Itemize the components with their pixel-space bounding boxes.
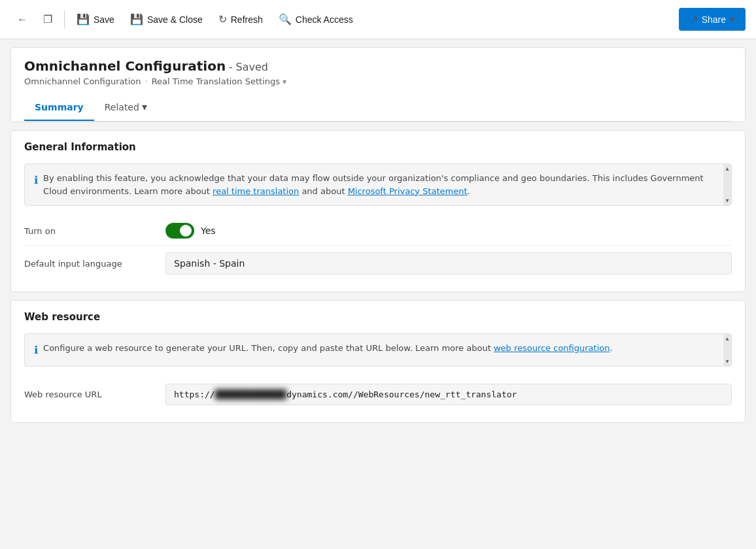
url-blurred: ██████████████ (215, 390, 287, 399)
new-tab-icon: ❐ (43, 13, 52, 25)
general-information-title: General Information (24, 141, 732, 153)
info-text-2: and about (299, 186, 347, 196)
share-label: Share (702, 14, 726, 25)
refresh-icon: ↻ (218, 13, 227, 25)
turn-on-toggle[interactable] (165, 223, 194, 239)
page-heading: Omnichannel Configuration - Saved (24, 58, 732, 74)
refresh-button[interactable]: ↻ Refresh (212, 9, 269, 29)
scroll-down-arrow[interactable]: ▾ (725, 197, 729, 204)
save-label: Save (94, 14, 114, 25)
web-resource-scroll-up[interactable]: ▴ (725, 335, 729, 342)
url-field[interactable]: https://██████████████dynamics.com//WebR… (165, 384, 732, 405)
web-resource-text-2: . (610, 343, 612, 353)
url-suffix: dynamics.com//WebResources/new_rtt_trans… (286, 390, 517, 399)
toggle-slider (165, 223, 194, 239)
toggle-container: Yes (165, 223, 732, 239)
tab-bar: Summary Related ▾ (24, 94, 732, 122)
turn-on-value: Yes (165, 223, 732, 239)
general-information-card: General Information ℹ By enabling this f… (10, 130, 746, 292)
divider-1 (64, 10, 65, 29)
tab-related[interactable]: Related ▾ (94, 94, 158, 121)
refresh-label: Refresh (231, 14, 263, 25)
privacy-statement-link[interactable]: Microsoft Privacy Statement (348, 186, 468, 196)
share-chevron-icon: ▾ (730, 13, 735, 25)
real-time-translation-link[interactable]: real time translation (213, 186, 299, 196)
web-resource-title: Web resource (24, 311, 732, 323)
web-resource-card: Web resource ℹ Configure a web resource … (10, 300, 746, 423)
tab-summary[interactable]: Summary (24, 94, 94, 121)
header-card: Omnichannel Configuration - Saved Omnich… (10, 47, 746, 122)
check-access-label: Check Access (296, 14, 353, 25)
app-title: Omnichannel Configuration (24, 58, 226, 74)
default-language-label: Default input language (24, 259, 155, 269)
save-close-label: Save & Close (147, 14, 203, 25)
breadcrumb-current-label: Real Time Translation Settings (152, 76, 280, 86)
share-button[interactable]: ↗ Share ▾ (679, 8, 746, 31)
web-resource-text-1: Configure a web resource to generate you… (43, 343, 494, 353)
web-resource-info-icon: ℹ (34, 342, 38, 358)
back-button[interactable]: ← (10, 10, 34, 29)
general-info-text: By enabling this feature, you acknowledg… (43, 172, 722, 197)
turn-on-label: Turn on (24, 226, 155, 236)
toolbar: ← ❐ 💾 Save 💾 Save & Close ↻ Refresh 🔍 Ch… (0, 0, 756, 39)
save-close-icon: 💾 (130, 13, 143, 25)
breadcrumb-current[interactable]: Real Time Translation Settings ▾ (152, 76, 286, 86)
breadcrumb-separator: · (145, 76, 147, 86)
new-tab-button[interactable]: ❐ (37, 9, 59, 29)
tab-related-label: Related (105, 102, 139, 112)
web-resource-scroll-down[interactable]: ▾ (725, 358, 729, 365)
tab-summary-label: Summary (35, 102, 84, 112)
share-icon: ↗ (689, 13, 698, 25)
default-language-field[interactable]: Spanish - Spain (165, 252, 732, 274)
saved-status: - Saved (229, 61, 268, 73)
info-icon: ℹ (34, 173, 38, 197)
back-icon: ← (17, 14, 27, 25)
content-area: Omnichannel Configuration - Saved Omnich… (0, 39, 756, 431)
info-text-3: . (468, 186, 470, 196)
web-resource-info-text: Configure a web resource to generate you… (43, 342, 613, 358)
related-chevron-icon: ▾ (142, 101, 147, 113)
breadcrumb-root: Omnichannel Configuration (24, 76, 141, 86)
turn-on-row: Turn on Yes (24, 216, 732, 246)
default-language-row: Default input language Spanish - Spain (24, 246, 732, 281)
url-label: Web resource URL (24, 390, 155, 399)
general-info-banner: ℹ By enabling this feature, you acknowle… (24, 163, 732, 206)
banner-scrollbar: ▴ ▾ (723, 164, 731, 205)
breadcrumb: Omnichannel Configuration · Real Time Tr… (24, 76, 732, 86)
breadcrumb-chevron-icon: ▾ (283, 77, 286, 86)
save-button[interactable]: 💾 Save (70, 9, 121, 29)
scroll-up-arrow[interactable]: ▴ (725, 165, 729, 172)
web-resource-banner: ℹ Configure a web resource to generate y… (24, 333, 732, 367)
url-row: Web resource URL https://██████████████d… (24, 377, 732, 412)
save-close-button[interactable]: 💾 Save & Close (124, 9, 209, 29)
toggle-yes-label: Yes (201, 225, 216, 236)
check-access-icon: 🔍 (279, 13, 292, 25)
url-prefix: https:// (174, 390, 215, 399)
url-value: https://██████████████dynamics.com//WebR… (165, 384, 732, 405)
web-resource-banner-scrollbar: ▴ ▾ (723, 334, 731, 366)
default-language-value: Spanish - Spain (165, 252, 732, 274)
check-access-button[interactable]: 🔍 Check Access (272, 9, 360, 29)
web-resource-config-link[interactable]: web resource configuration (494, 343, 610, 353)
save-icon: 💾 (77, 13, 90, 25)
